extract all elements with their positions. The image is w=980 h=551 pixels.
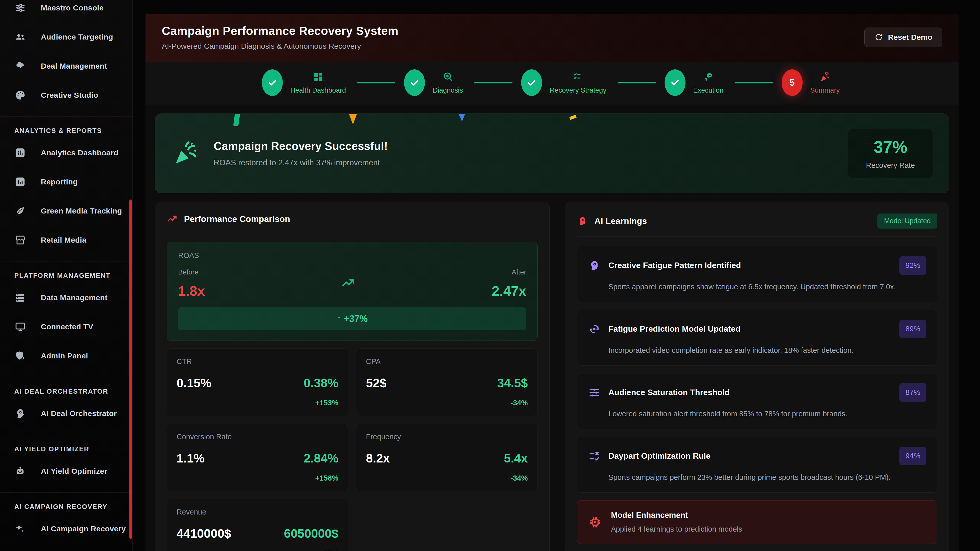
performance-comparison-panel: Performance Comparison ROAS Before 1.8x [155, 203, 550, 551]
sidebar-item-creative-studio[interactable]: Creative Studio [0, 81, 132, 110]
step-label: Recovery Strategy [550, 86, 606, 94]
success-banner: Campaign Recovery Successful! ROAS resto… [155, 114, 950, 193]
sidebar-scrollbar-thumb[interactable] [129, 200, 132, 539]
roas-change-pill: ↑ +37% [178, 307, 526, 330]
learning-item: Creative Fatigue Pattern Identified 92% … [577, 246, 937, 302]
model-enhancement-card: Model Enhancement Applied 4 learnings to… [577, 500, 937, 544]
confidence-badge: 94% [899, 447, 926, 465]
metric-before: 52$ [366, 376, 387, 390]
step-connector [357, 82, 395, 83]
sidebar-item-data-management[interactable]: Data Management [0, 283, 132, 312]
learning-item: Fatigue Prediction Model Updated 89% Inc… [577, 310, 937, 365]
confidence-badge: 89% [899, 320, 926, 338]
party-popper-icon [171, 140, 199, 168]
step-health-dashboard[interactable]: Health Dashboard [262, 69, 348, 96]
check-icon [527, 78, 537, 88]
metric-label: Conversion Rate [177, 433, 339, 441]
palette-icon [14, 89, 26, 101]
sidebar-item-ai-yield-optimizer[interactable]: AI Yield Optimizer [0, 457, 132, 486]
learning-title: Creative Fatigue Pattern Identified [608, 261, 741, 270]
metric-card-revenue: Revenue 4410000$ 6050000$ +37% [167, 499, 348, 551]
step-recovery-strategy[interactable]: Recovery Strategy [521, 69, 609, 96]
sidebar-item-label: Maestro Console [41, 3, 103, 12]
learning-description: Lowered saturation alert threshold from … [608, 408, 926, 419]
sidebar-item-label: Analytics Dashboard [41, 148, 118, 157]
metric-after: 2.84% [304, 451, 339, 465]
model-updated-badge: Model Updated [877, 213, 937, 229]
sidebar-section-ai-yield: AI YIELD OPTIMIZER AI Yield Optimizer [0, 435, 132, 486]
sidebar: Maestro Console Audience Targeting Deal … [0, 0, 133, 551]
enhancement-description: Applied 4 learnings to prediction models [611, 525, 742, 534]
learning-item: Audience Saturation Threshold 87% Lowere… [577, 373, 937, 429]
learning-title: Audience Saturation Threshold [608, 388, 730, 397]
report-chart-icon [14, 176, 26, 188]
sidebar-section-label: AI DEAL ORCHESTRATOR [0, 387, 132, 399]
progress-stepper: Health Dashboard Diagnosis R [145, 62, 959, 105]
sidebar-item-analytics-dashboard[interactable]: Analytics Dashboard [0, 138, 132, 167]
roas-before-value: 1.8x [178, 283, 205, 299]
party-popper-icon [819, 71, 831, 83]
sidebar-item-ai-deal-orchestrator[interactable]: AI Deal Orchestrator [0, 399, 132, 428]
sidebar-item-reporting[interactable]: Reporting [0, 167, 132, 197]
before-label: Before [178, 268, 205, 276]
sidebar-item-admin-panel[interactable]: Admin Panel [0, 341, 132, 370]
sidebar-item-green-media[interactable]: Green Media Tracking [0, 197, 132, 225]
metric-before: 1.1% [177, 451, 204, 465]
sidebar-section-ai-deal: AI DEAL ORCHESTRATOR AI Deal Orchestrato… [0, 377, 132, 428]
sidebar-item-label: Data Management [41, 293, 107, 302]
learning-title: Daypart Optimization Rule [608, 451, 711, 461]
analytics-dashboard-icon [14, 147, 26, 159]
sidebar-item-label: AI Campaign Recovery [41, 524, 126, 533]
sidebar-item-connected-tv[interactable]: Connected TV [0, 312, 132, 341]
sidebar-item-retail-media[interactable]: Retail Media [0, 225, 132, 254]
main-area: Campaign Performance Recovery System AI-… [133, 0, 980, 551]
sidebar-item-label: Retail Media [41, 236, 86, 245]
app-root: Maestro Console Audience Targeting Deal … [0, 0, 980, 551]
metric-before: 8.2x [366, 451, 390, 465]
ai-head-icon [577, 216, 588, 227]
sidebar-item-label: Deal Management [41, 62, 107, 70]
sidebar-item-ai-campaign-recovery[interactable]: AI Campaign Recovery [0, 514, 132, 543]
recovery-rate-value: 37% [866, 137, 915, 157]
sidebar-item-maestro-console[interactable]: Maestro Console [0, 0, 132, 22]
sidebar-item-label: Reporting [41, 178, 78, 186]
step-summary[interactable]: 5 Summary [782, 69, 842, 96]
metric-before: 0.15% [177, 376, 211, 390]
roas-after-value: 2.47x [492, 283, 526, 299]
sidebar-item-label: Audience Targeting [41, 33, 113, 41]
page-title: Campaign Performance Recovery System [162, 24, 398, 38]
learning-description: Sports campaigns perform 23% better duri… [608, 472, 926, 483]
metric-after: 5.4x [504, 451, 528, 465]
sidebar-item-deal-management[interactable]: Deal Management [0, 52, 132, 81]
sidebar-section-platform: PLATFORM MANAGEMENT Data Management Conn… [0, 261, 132, 370]
reset-demo-button[interactable]: Reset Demo [864, 27, 942, 47]
step-diagnosis[interactable]: Diagnosis [404, 69, 466, 96]
sidebar-item-label: AI Deal Orchestrator [41, 409, 117, 418]
banner-subtitle: ROAS restored to 2.47x with 37% improvem… [213, 158, 388, 167]
step-label: Health Dashboard [290, 86, 346, 94]
step-execution[interactable]: Execution [665, 69, 726, 96]
leaf-icon [14, 205, 26, 217]
metric-after: 0.38% [304, 376, 339, 390]
checklist-icon [572, 71, 584, 83]
confetti-green [233, 114, 240, 126]
sparkles-icon [14, 523, 26, 535]
metric-card-frequency: Frequency 8.2x 5.4x -34% [356, 424, 538, 491]
sidebar-item-audience-targeting[interactable]: Audience Targeting [0, 22, 132, 52]
learning-title: Fatigue Prediction Model Updated [608, 324, 740, 333]
check-icon [267, 78, 277, 88]
check-icon [409, 78, 420, 88]
metric-change: +37% [177, 549, 339, 551]
step-done-circle [262, 69, 283, 96]
step-label: Diagnosis [433, 86, 463, 94]
banner-title: Campaign Recovery Successful! [213, 140, 388, 152]
sidebar-nav-list: Maestro Console Audience Targeting Deal … [0, 0, 132, 543]
main-panel: Campaign Performance Recovery System AI-… [145, 14, 959, 551]
dashboard-icon [312, 71, 324, 83]
metric-label: ROAS [178, 251, 526, 260]
confetti-orange [349, 114, 357, 124]
step-number: 5 [790, 77, 795, 88]
rocket-icon [702, 71, 714, 83]
sidebar-item-label: Admin Panel [41, 351, 88, 360]
database-icon [14, 292, 26, 303]
